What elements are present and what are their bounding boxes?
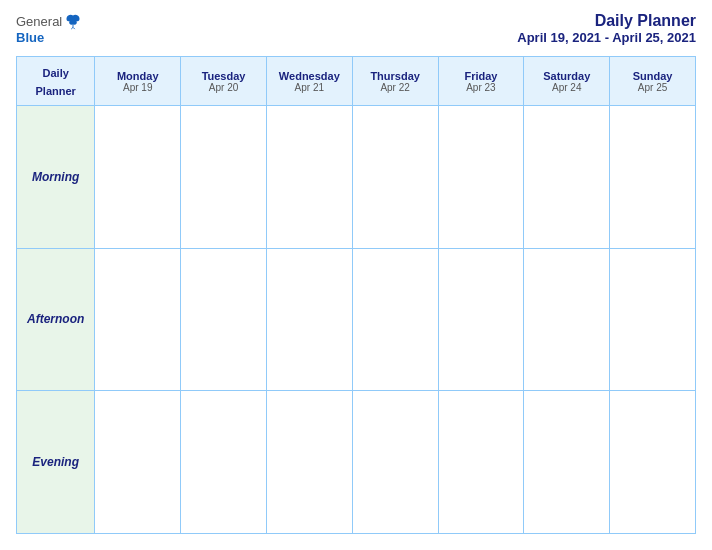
row-label-morning: Morning [17, 106, 95, 249]
cell-saturday-evening[interactable] [524, 391, 610, 534]
col-header-thursday: Thursday Apr 22 [352, 57, 438, 106]
cell-tuesday-afternoon[interactable] [181, 248, 267, 391]
row-label-afternoon: Afternoon [17, 248, 95, 391]
header: General Blue Daily Planner April 19, 202… [16, 12, 696, 46]
cell-thursday-morning[interactable] [352, 106, 438, 249]
cell-tuesday-morning[interactable] [181, 106, 267, 249]
cell-monday-evening[interactable] [95, 391, 181, 534]
col-header-wednesday: Wednesday Apr 21 [266, 57, 352, 106]
cell-sunday-afternoon[interactable] [610, 248, 696, 391]
cell-monday-morning[interactable] [95, 106, 181, 249]
page-title: Daily Planner [517, 12, 696, 30]
cell-sunday-evening[interactable] [610, 391, 696, 534]
col-header-monday: Monday Apr 19 [95, 57, 181, 106]
table-header-row: DailyPlanner Monday Apr 19 Tuesday Apr 2… [17, 57, 696, 106]
cell-friday-afternoon[interactable] [438, 248, 524, 391]
table-row-afternoon: Afternoon [17, 248, 696, 391]
col-label-line1: DailyPlanner [35, 67, 75, 97]
cell-thursday-afternoon[interactable] [352, 248, 438, 391]
row-label-evening: Evening [17, 391, 95, 534]
logo-general-text: General [16, 14, 62, 29]
cell-friday-morning[interactable] [438, 106, 524, 249]
cell-saturday-morning[interactable] [524, 106, 610, 249]
col-header-saturday: Saturday Apr 24 [524, 57, 610, 106]
logo-blue-text: Blue [16, 30, 44, 45]
cell-wednesday-afternoon[interactable] [266, 248, 352, 391]
logo-bird-icon [64, 12, 82, 30]
cell-wednesday-evening[interactable] [266, 391, 352, 534]
planner-table: DailyPlanner Monday Apr 19 Tuesday Apr 2… [16, 56, 696, 534]
table-row-morning: Morning [17, 106, 696, 249]
cell-tuesday-evening[interactable] [181, 391, 267, 534]
table-row-evening: Evening [17, 391, 696, 534]
cell-saturday-afternoon[interactable] [524, 248, 610, 391]
col-header-planner: DailyPlanner [17, 57, 95, 106]
logo-area: General Blue [16, 12, 82, 46]
header-right: Daily Planner April 19, 2021 - April 25,… [517, 12, 696, 45]
page: General Blue Daily Planner April 19, 202… [0, 0, 712, 550]
cell-sunday-morning[interactable] [610, 106, 696, 249]
cell-wednesday-morning[interactable] [266, 106, 352, 249]
col-header-tuesday: Tuesday Apr 20 [181, 57, 267, 106]
col-header-friday: Friday Apr 23 [438, 57, 524, 106]
col-header-sunday: Sunday Apr 25 [610, 57, 696, 106]
cell-friday-evening[interactable] [438, 391, 524, 534]
date-range: April 19, 2021 - April 25, 2021 [517, 30, 696, 45]
cell-thursday-evening[interactable] [352, 391, 438, 534]
cell-monday-afternoon[interactable] [95, 248, 181, 391]
